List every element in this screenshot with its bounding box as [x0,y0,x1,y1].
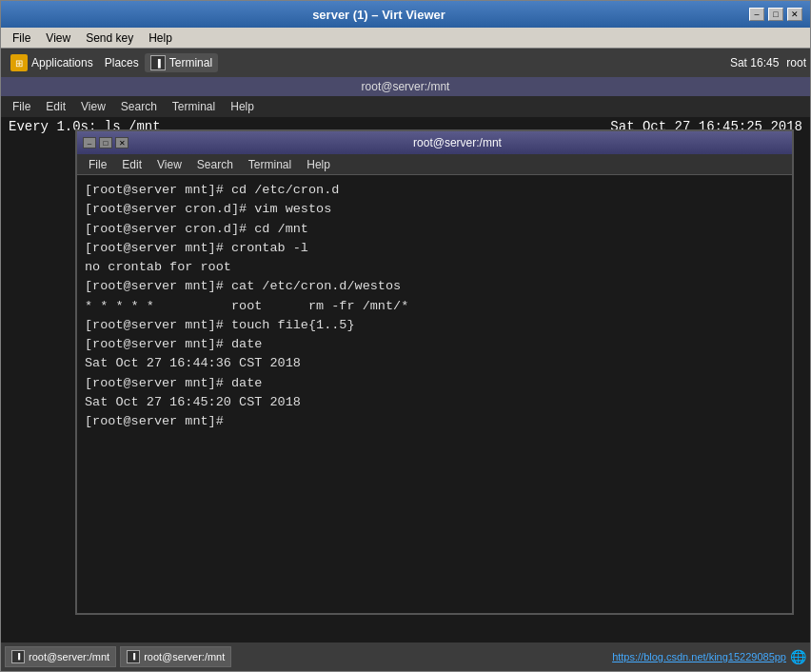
watch-menu-bar: File Edit View Search Terminal Help [1,96,810,117]
gnome-clock: Sat 16:45 [730,56,779,69]
inner-menu-terminal[interactable]: Terminal [241,156,299,173]
terminal-line: [root@server cron.d]# vim westos [85,200,784,219]
watermark-text: https://blog.csdn.net/king15229085pp [612,651,786,662]
menu-sendkey[interactable]: Send key [78,30,141,47]
terminal-line: Sat Oct 27 16:45:20 CST 2018 [85,393,784,412]
taskbar-label-1: root@server:/mnt [29,651,109,662]
gnome-right-area: Sat 16:45 root [730,56,806,69]
watch-menu-view[interactable]: View [73,98,113,115]
applications-label: Applications [31,56,93,69]
close-button[interactable]: ✕ [787,8,802,21]
window-controls: – □ ✕ [749,8,802,21]
inner-menu-file[interactable]: File [81,156,114,173]
taskbar-label-2: root@server:/mnt [144,651,225,662]
inner-menu-help[interactable]: Help [299,156,338,173]
terminal-label: Terminal [169,56,212,69]
watch-title-text: root@server:/mnt [362,80,450,93]
terminal-line: * * * * * root rm -fr /mnt/* [85,297,784,316]
watch-menu-file[interactable]: File [5,98,38,115]
terminal-line: [root@server mnt]# touch file{1..5} [85,316,784,335]
taskbar-icon-2: ▐ [127,650,140,663]
maximize-button[interactable]: □ [768,8,783,21]
bottom-taskbar: ▐ root@server:/mnt ▐ root@server:/mnt ht… [1,642,810,671]
inner-menu-edit[interactable]: Edit [114,156,149,173]
terminal-line: [root@server mnt]# cd /etc/cron.d [85,181,784,200]
gnome-user: root [786,56,806,69]
watch-menu-terminal[interactable]: Terminal [165,98,223,115]
terminal-icon: ▐ [150,55,166,70]
menu-file[interactable]: File [5,30,38,47]
terminal-line: Sat Oct 27 16:44:36 CST 2018 [85,354,784,373]
inner-terminal-window: – □ ✕ root@server:/mnt File Edit View Se… [75,129,794,615]
places-button[interactable]: Places [99,54,145,71]
inner-title-bar: – □ ✕ root@server:/mnt [77,131,792,154]
applications-button[interactable]: ⊞ Applications [5,52,99,73]
gnome-taskbar: ⊞ Applications Places ▐ Terminal Sat 16:… [1,49,810,77]
title-bar: server (1) – Virt Viewer – □ ✕ [1,1,810,28]
terminal-line: [root@server mnt]# cat /etc/cron.d/westo… [85,277,784,296]
inner-minimize-button[interactable]: – [83,137,96,148]
taskbar-item-2[interactable]: ▐ root@server:/mnt [120,646,231,667]
watch-menu-edit[interactable]: Edit [38,98,73,115]
globe-icon: 🌐 [790,649,806,665]
terminal-line: [root@server mnt]# crontab -l [85,239,784,258]
terminal-taskbar-button[interactable]: ▐ Terminal [145,53,218,72]
terminal-line: no crontab for root [85,258,784,277]
watch-title-bar: root@server:/mnt [1,77,810,96]
minimize-button[interactable]: – [749,8,764,21]
menu-view[interactable]: View [38,30,78,47]
inner-maximize-button[interactable]: □ [99,137,112,148]
watch-menu-search[interactable]: Search [113,98,165,115]
terminal-line: [root@server mnt]# date [85,374,784,393]
inner-close-button[interactable]: ✕ [115,137,129,148]
terminal-line: [root@server mnt]# date [85,335,784,354]
inner-window-controls: – □ ✕ [83,137,129,148]
inner-menu-bar: File Edit View Search Terminal Help [77,154,792,175]
terminal-line: [root@server mnt]# [85,412,784,431]
menu-help[interactable]: Help [141,30,180,47]
apps-icon: ⊞ [10,54,28,71]
inner-menu-search[interactable]: Search [189,156,241,173]
terminal-content[interactable]: [root@server mnt]# cd /etc/cron.d[root@s… [77,175,792,613]
taskbar-item-1[interactable]: ▐ root@server:/mnt [5,646,116,667]
inner-title-text: root@server:/mnt [129,136,786,149]
taskbar-icon-1: ▐ [11,650,25,663]
taskbar-right: https://blog.csdn.net/king15229085pp 🌐 [612,649,806,665]
inner-menu-view[interactable]: View [149,156,189,173]
window-title: server (1) – Virt Viewer [9,8,749,22]
outer-menu-bar: File View Send key Help [1,28,810,49]
virt-viewer-window: server (1) – Virt Viewer – □ ✕ File View… [0,0,811,672]
watch-area: root@server:/mnt File Edit View Search T… [1,77,810,671]
watch-menu-help[interactable]: Help [223,98,262,115]
terminal-line: [root@server cron.d]# cd /mnt [85,220,784,239]
